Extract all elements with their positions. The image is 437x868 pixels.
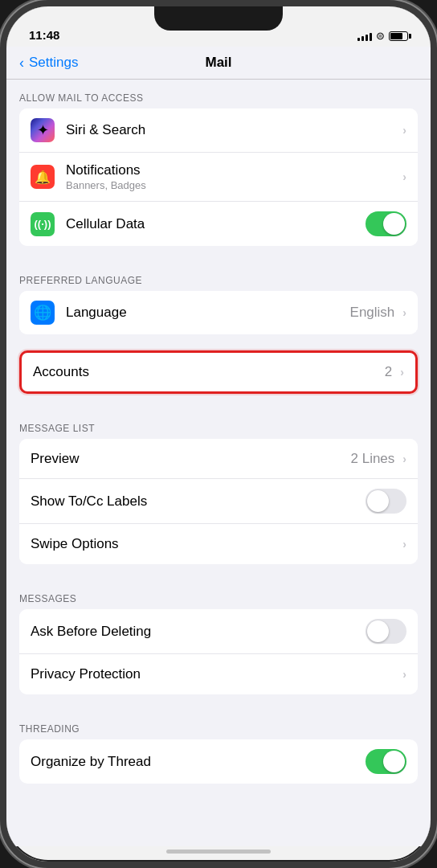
notifications-right: ›	[402, 170, 406, 183]
cellular-antenna-icon: ((·))	[35, 218, 51, 230]
organize-by-thread-label: Organize by Thread	[31, 754, 366, 770]
cellular-data-label: Cellular Data	[66, 216, 366, 232]
privacy-protection-row[interactable]: Privacy Protection ›	[19, 654, 418, 694]
accounts-chevron-icon: ›	[400, 366, 404, 379]
toggle-knob-tocc	[367, 490, 389, 512]
accounts-value: 2	[385, 364, 392, 380]
back-label: Settings	[29, 55, 78, 71]
toggle-knob-delete	[367, 620, 389, 642]
privacy-protection-right: ›	[402, 668, 406, 681]
notifications-row[interactable]: 🔔 Notifications Banners, Badges ›	[19, 153, 418, 202]
preview-row[interactable]: Preview 2 Lines ›	[19, 439, 418, 479]
language-right: English ›	[350, 305, 406, 321]
settings-content: ALLOW MAIL TO ACCESS ✦ Siri & Search › 🔔	[6, 80, 431, 846]
accounts-label: Accounts	[33, 364, 385, 380]
show-tocc-label: Show To/Cc Labels	[31, 493, 366, 510]
notifications-chevron-icon: ›	[402, 170, 406, 183]
language-value: English	[350, 305, 395, 321]
siri-search-right: ›	[402, 124, 406, 137]
siri-search-chevron-icon: ›	[402, 124, 406, 137]
swipe-options-right: ›	[402, 538, 406, 551]
section-header-threading: THREADING	[6, 710, 431, 739]
language-label: Language	[66, 305, 350, 321]
signal-bars-icon	[357, 31, 372, 41]
signal-bar-4	[370, 33, 372, 41]
globe-icon: 🌐	[34, 304, 51, 321]
organize-by-thread-toggle[interactable]	[366, 749, 406, 774]
status-time: 11:48	[29, 28, 59, 42]
language-icon: 🌐	[31, 301, 55, 325]
toggle-knob-thread	[383, 751, 405, 772]
siri-search-content: Siri & Search	[66, 122, 402, 138]
battery-fill	[390, 33, 402, 39]
bell-icon: 🔔	[35, 170, 51, 185]
siri-search-label: Siri & Search	[66, 122, 402, 138]
ask-before-deleting-label: Ask Before Deleting	[31, 624, 366, 640]
message-list-group: Preview 2 Lines › Show To/Cc Labels Swip…	[19, 439, 418, 564]
section-header-allow-mail: ALLOW MAIL TO ACCESS	[6, 80, 431, 108]
cellular-data-row[interactable]: ((·)) Cellular Data	[19, 202, 418, 246]
nav-bar: ‹ Settings Mail	[6, 47, 431, 80]
toggle-knob	[383, 213, 405, 235]
section-header-message-list: MESSAGE LIST	[6, 410, 431, 439]
swipe-options-row[interactable]: Swipe Options ›	[19, 524, 418, 564]
privacy-protection-chevron-icon: ›	[402, 668, 406, 681]
preview-right: 2 Lines ›	[351, 451, 407, 467]
privacy-protection-label: Privacy Protection	[31, 666, 402, 682]
cellular-data-toggle[interactable]	[366, 211, 406, 236]
home-indicator	[166, 850, 271, 854]
cellular-data-content: Cellular Data	[66, 216, 366, 232]
language-chevron-icon: ›	[402, 306, 406, 319]
siri-search-row[interactable]: ✦ Siri & Search ›	[19, 108, 418, 153]
battery-icon	[389, 31, 408, 41]
preview-label: Preview	[31, 451, 351, 467]
messages-group: Ask Before Deleting Privacy Protection ›	[19, 609, 418, 694]
back-chevron-icon: ‹	[19, 55, 24, 72]
organize-by-thread-row[interactable]: Organize by Thread	[19, 739, 418, 784]
language-row[interactable]: 🌐 Language English ›	[19, 291, 418, 334]
notifications-icon: 🔔	[31, 165, 55, 189]
signal-bar-2	[361, 36, 364, 41]
swipe-options-chevron-icon: ›	[402, 538, 406, 551]
cellular-icon: ((·))	[31, 212, 55, 236]
accounts-row[interactable]: Accounts 2 ›	[19, 350, 418, 394]
show-tocc-row[interactable]: Show To/Cc Labels	[19, 479, 418, 524]
threading-group: Organize by Thread	[19, 739, 418, 784]
signal-bar-3	[366, 35, 368, 41]
notifications-label: Notifications	[66, 162, 402, 178]
swipe-options-label: Swipe Options	[31, 536, 402, 552]
accounts-section: Accounts 2 ›	[19, 350, 418, 394]
section-header-messages: MESSAGES	[6, 580, 431, 609]
page-title: Mail	[205, 55, 231, 71]
ask-before-deleting-toggle[interactable]	[366, 619, 406, 644]
language-group: 🌐 Language English ›	[19, 291, 418, 334]
section-header-language: PREFERRED LANGUAGE	[6, 262, 431, 291]
back-button[interactable]: ‹ Settings	[19, 55, 78, 72]
language-content: Language	[66, 305, 350, 321]
accounts-right: 2 ›	[385, 364, 404, 380]
show-tocc-toggle[interactable]	[366, 489, 406, 514]
notifications-sublabel: Banners, Badges	[66, 179, 402, 191]
preview-chevron-icon: ›	[402, 452, 406, 465]
notch	[154, 6, 283, 31]
preview-value: 2 Lines	[351, 451, 395, 467]
ask-before-deleting-row[interactable]: Ask Before Deleting	[19, 609, 418, 654]
siri-icon: ✦	[31, 118, 55, 142]
signal-bar-1	[357, 38, 360, 41]
notifications-content: Notifications Banners, Badges	[66, 162, 402, 191]
phone-frame: 11:48 ⊜ ‹ Settings Mail ALLOW MAIL TO AC…	[0, 0, 437, 868]
wifi-icon: ⊜	[376, 30, 385, 42]
allow-mail-group: ✦ Siri & Search › 🔔 Notifications Banner…	[19, 108, 418, 246]
status-icons: ⊜	[357, 30, 408, 42]
